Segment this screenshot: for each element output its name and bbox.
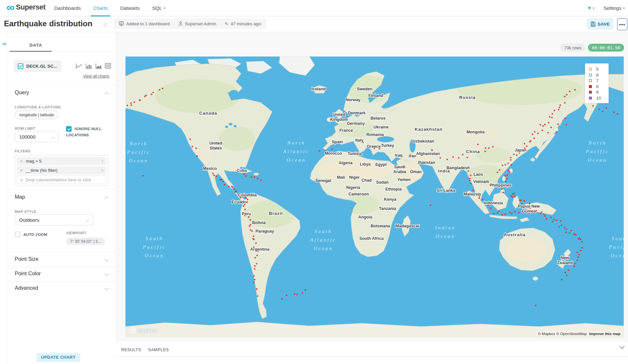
earthquake-point — [564, 227, 566, 228]
tab-results[interactable]: RESULTS — [121, 348, 141, 352]
superset-logo[interactable]: ∞ Superset — [7, 2, 45, 12]
filter-label: __time (No filter) — [26, 168, 57, 173]
lonlat-label: LONGITUDE & LATITUDE — [15, 105, 61, 109]
earthquake-point — [576, 252, 578, 253]
nav-item-datasets[interactable]: Datasets — [120, 0, 140, 16]
map-country-label: Australia — [504, 232, 526, 237]
new-item-button[interactable]: + ▾ — [588, 4, 594, 11]
nav-item-dashboards[interactable]: Dashboards — [54, 0, 81, 16]
filter-drop-zone[interactable]: + Drop columns/metrics here or click — [17, 175, 106, 184]
earthquake-point — [249, 225, 251, 227]
earthquake-point — [485, 148, 486, 149]
map-country-label: Tunisia — [348, 151, 362, 156]
map-country-label: Italy — [355, 138, 363, 143]
earthquake-point — [566, 229, 567, 230]
map-country-label: Madagascar — [396, 224, 419, 228]
chevron-up-icon[interactable] — [104, 196, 109, 201]
improve-map-link[interactable]: Improve this map — [589, 332, 620, 336]
favorite-star-icon[interactable]: ☆ — [102, 21, 108, 28]
viz-type-selected[interactable]: DECK.GL SC... — [14, 60, 61, 72]
more-actions-button[interactable]: ••• — [617, 18, 627, 30]
filter-chip[interactable]: ×mag > 5 — [17, 157, 106, 165]
chevron-up-icon[interactable] — [104, 92, 109, 96]
map-country-label: Spain — [332, 140, 343, 144]
mapbox-attribution[interactable]: © Mapbox — [538, 332, 555, 336]
map-country-label: China — [466, 149, 480, 154]
legend-swatch — [589, 74, 592, 77]
earthquake-point — [470, 183, 472, 185]
earthquake-point — [516, 154, 518, 156]
osm-attribution[interactable]: © OpenStreetMap — [556, 332, 587, 336]
earthquake-point — [551, 117, 553, 118]
viz-line-chart-icon[interactable] — [76, 63, 82, 69]
collapse-results-chevron-icon[interactable] — [619, 344, 625, 350]
earthquake-point — [556, 131, 557, 133]
earthquake-point — [549, 116, 550, 118]
earthquake-point — [251, 176, 252, 178]
earthquake-point — [195, 148, 197, 149]
lonlat-value-pill[interactable]: longitude | latitude — [15, 110, 58, 119]
legend-label: 10 — [596, 96, 601, 101]
map-country-label: SaudiArabia — [393, 165, 407, 174]
earthquake-point — [553, 219, 555, 220]
viz-checkbox[interactable] — [18, 63, 23, 69]
earthquake-point — [577, 260, 578, 261]
section-point-color[interactable]: Point Color — [8, 267, 115, 282]
remove-filter-icon[interactable]: × — [17, 168, 26, 173]
earthquake-point — [502, 192, 504, 193]
earthquake-point — [493, 213, 495, 215]
earthquake-point — [253, 281, 255, 283]
earthquake-point — [234, 189, 235, 190]
nav-item-sql[interactable]: SQL▾ — [152, 0, 165, 16]
earthquake-point — [613, 111, 615, 113]
earthquake-point — [513, 193, 515, 194]
section-point-size[interactable]: Point Size — [8, 252, 115, 267]
map-style-select[interactable]: Outdoors — [15, 214, 93, 225]
viewport-value-pill[interactable]: 7° 35' 54.02" | 3... — [66, 238, 105, 245]
earthquake-point — [256, 255, 258, 256]
dashboard-count[interactable]: Added to 1 dashboard — [119, 21, 170, 26]
plus-icon: + — [20, 177, 23, 183]
chart-owner[interactable]: Superset Admin — [178, 21, 216, 26]
filter-chip[interactable]: ×__time (No filter) — [17, 166, 106, 174]
viz-bar-chart-icon[interactable] — [86, 63, 92, 69]
map-country-label: Sweden — [357, 87, 372, 91]
settings-menu[interactable]: Settings ▾ — [604, 5, 625, 11]
world-map: CanadaUnitedStatesMexicoCubaColombiaEcua… — [125, 57, 624, 337]
rowcount-badge: 73k rows — [560, 44, 585, 52]
collapse-panel-icon[interactable] — [2, 42, 6, 48]
map-country-label: Iran — [409, 154, 416, 158]
nav-item-charts[interactable]: Charts — [93, 0, 108, 16]
earthquake-point — [564, 96, 566, 97]
map-country-label: Kenya — [384, 197, 397, 202]
auto-zoom-checkbox[interactable] — [15, 232, 20, 237]
earthquake-point — [152, 92, 154, 93]
update-chart-button[interactable]: UPDATE CHART — [36, 353, 80, 362]
map-country-label: Philippines — [490, 183, 512, 188]
earthquake-point — [540, 213, 541, 215]
divider — [8, 85, 115, 85]
mapbox-logo[interactable]: mapbox — [130, 327, 157, 333]
last-edited[interactable]: ✎ 47 minutes ago — [225, 21, 261, 26]
earthquake-point — [430, 205, 432, 206]
earthquake-point — [253, 236, 255, 237]
tab-samples[interactable]: SAMPLES — [148, 348, 169, 352]
view-all-charts-link[interactable]: View all charts — [83, 74, 109, 79]
viz-area-chart-icon[interactable] — [96, 63, 102, 69]
earthquake-point — [530, 140, 532, 142]
section-advanced[interactable]: Advanced — [8, 281, 115, 296]
earthquake-point — [215, 175, 217, 177]
remove-filter-icon[interactable]: × — [17, 159, 26, 164]
deckgl-map[interactable]: CanadaUnitedStatesMexicoCubaColombiaEcua… — [125, 57, 624, 337]
earthquake-point — [617, 113, 618, 115]
map-country-label: Niger — [349, 175, 360, 180]
earthquake-point — [294, 293, 295, 295]
row-limit-select[interactable]: 100000 — [15, 131, 59, 142]
tab-data[interactable]: DATA — [20, 43, 52, 48]
viz-table-icon[interactable] — [105, 63, 111, 69]
ignore-null-checkbox[interactable] — [66, 126, 72, 132]
earthquake-point — [231, 186, 233, 187]
save-button[interactable]: SAVE — [587, 18, 613, 30]
earthquake-point — [462, 154, 464, 156]
row-limit-value: 100000 — [19, 134, 35, 140]
